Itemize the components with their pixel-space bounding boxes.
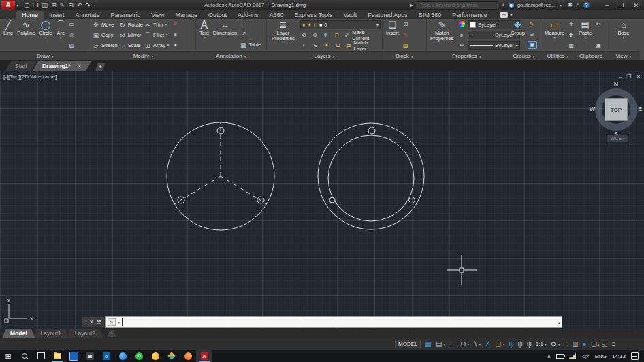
tab-home[interactable]: Home — [16, 11, 44, 19]
ribbon-display-toggle[interactable]: ▭ ▾ — [500, 12, 513, 19]
emoji-app-button[interactable] — [147, 350, 163, 362]
tab-parametric[interactable]: Parametric — [106, 11, 146, 19]
paste-button[interactable]: ▤ Paste ▾ — [577, 20, 594, 50]
rectangle-icon[interactable]: ▭ — [68, 21, 76, 28]
layer-freeze-icon[interactable]: ❄ — [322, 32, 329, 39]
new-file-icon[interactable]: ▢ — [24, 2, 30, 9]
quick-calculator-icon[interactable]: ▦ — [567, 42, 575, 49]
multileader-icon[interactable]: ⊢ — [240, 21, 248, 28]
tab-annotate[interactable]: Annotate — [70, 11, 106, 19]
panel-label-block[interactable]: Block ▾ — [383, 51, 426, 60]
color-wheel-icon[interactable] — [457, 21, 466, 29]
task-view-button[interactable] — [33, 350, 49, 362]
polar-tracking-icon[interactable]: ⊙ — [460, 339, 466, 350]
line-button[interactable]: ╱ Line — [1, 20, 15, 50]
clock[interactable]: 14:13 — [612, 353, 626, 359]
close-button[interactable]: ✕ — [633, 2, 639, 9]
leader-icon[interactable]: ↗ — [240, 31, 248, 37]
array-button[interactable]: ⊞Array▾ — [144, 41, 170, 50]
polyline-button[interactable]: ∿ Polyline — [15, 20, 37, 50]
command-line-customize-icon[interactable]: ⚒ — [97, 319, 101, 325]
workspace-gear-icon[interactable]: ⚙ — [551, 339, 557, 350]
mirror-button[interactable]: ⋈Mirror — [119, 31, 143, 39]
tab-performance[interactable]: Performance — [447, 11, 493, 19]
help-icon[interactable]: ? — [583, 2, 590, 8]
command-line-grip[interactable]: ⁞⁞ — [85, 320, 86, 325]
search-input[interactable] — [417, 1, 498, 10]
panel-label-modify[interactable]: Modify ▾ — [91, 51, 195, 60]
isodraft-caret-icon[interactable]: ▾ — [479, 342, 481, 346]
volume-muted-icon[interactable]: ◁✕ — [581, 353, 589, 359]
clean-screen-icon[interactable]: ◱ — [601, 339, 607, 350]
tab-add-ins[interactable]: Add-ins — [232, 11, 264, 19]
plot-icon[interactable]: ⊟ — [68, 2, 74, 9]
exchange-apps-icon[interactable]: ✖ — [568, 2, 573, 8]
outlook-button[interactable]: o — [98, 350, 114, 362]
signin-caret-icon[interactable]: ▾ — [560, 3, 562, 7]
cut-icon[interactable]: ✂ — [594, 21, 602, 28]
rotate-button[interactable]: ↻Rotate — [119, 20, 143, 29]
search-collapse-icon[interactable]: ▸ — [410, 2, 413, 8]
autocad-taskbar-button[interactable]: A — [196, 350, 212, 362]
snap-icon[interactable]: ▤ — [436, 339, 442, 350]
explode-icon[interactable]: ✷ — [172, 32, 180, 39]
photos-app-button[interactable] — [82, 350, 98, 362]
qat-customize-caret-icon[interactable]: ▾ — [94, 3, 96, 7]
file-explorer-button[interactable] — [49, 350, 65, 362]
annotation-scale-value[interactable]: 1:1 — [536, 341, 543, 347]
customization-menu-icon[interactable]: ≡ — [612, 339, 616, 350]
move-button[interactable]: ✛Move — [93, 20, 118, 29]
minimize-button[interactable]: – — [605, 2, 609, 9]
panel-label-utilities[interactable]: Utilities ▾ — [541, 51, 575, 60]
layout1-tab[interactable]: Layout1 — [33, 329, 69, 338]
ellipse-icon[interactable]: ◎ — [68, 32, 76, 39]
command-dropdown-icon[interactable]: ▾ — [118, 320, 120, 325]
edit-attribute-icon[interactable]: ✎ — [402, 32, 410, 39]
drawing-area[interactable]: [-][Top][2D Wireframe] – ❐ ✕ N W E S TOP… — [0, 71, 644, 329]
tab-express-tools[interactable]: Express Tools — [289, 11, 338, 19]
join-icon[interactable]: ✦ — [172, 42, 180, 49]
taskbar-search-button[interactable] — [16, 350, 33, 362]
annotation-scale-icon[interactable]: ψ — [527, 339, 532, 350]
browser-button[interactable] — [114, 350, 131, 362]
save-icon[interactable]: ◫ — [42, 2, 48, 9]
layer-properties-button[interactable]: ≣ Layer Properties — [268, 20, 298, 50]
dimension-button[interactable]: ↔ Dimension — [211, 20, 239, 50]
model-space-canvas[interactable]: XY — [0, 71, 644, 329]
open-file-icon[interactable]: ❐ — [33, 2, 39, 9]
start-button[interactable]: ⊞ — [0, 350, 16, 362]
object-snap-tracking-icon[interactable]: ∠ — [485, 339, 491, 350]
match-layer-button[interactable]: ⇄ Match Layer — [345, 41, 381, 50]
search-icon[interactable]: ⌖ — [502, 2, 505, 9]
layer-unlock-tool-icon[interactable]: ⊔ — [334, 42, 342, 49]
layer-off-icon[interactable]: ⊘ — [300, 32, 308, 39]
customize-plus-icon[interactable]: + — [564, 339, 568, 350]
drive-app-button[interactable] — [163, 350, 180, 362]
save-as-icon[interactable]: ⊞ — [51, 2, 57, 9]
copy-button[interactable]: ▣Copy — [93, 31, 118, 39]
command-line[interactable]: ⁞⁞ ✕ ⚒ ≻ ▾ ▴ — [82, 316, 562, 328]
point-icon[interactable]: ✚ — [567, 32, 575, 39]
arc-button[interactable]: ⌒ Arc ▾ — [54, 20, 67, 50]
action-center-icon[interactable] — [631, 352, 639, 360]
isolate-objects-icon[interactable]: ▥ — [572, 339, 578, 350]
tab-insert[interactable]: Insert — [44, 11, 70, 19]
base-button[interactable]: ⌂ Base ▾ — [615, 20, 631, 50]
table-button[interactable]: ▦ Table — [240, 40, 261, 49]
trim-button[interactable]: ✂Trim▾ — [144, 20, 170, 29]
insert-button[interactable]: ❏ Insert — [384, 20, 401, 50]
erase-icon[interactable]: ✐ — [172, 21, 180, 28]
redo-icon[interactable]: ↷ — [85, 2, 91, 9]
model-tab[interactable]: Model — [2, 329, 35, 338]
battery-icon[interactable] — [556, 354, 564, 359]
whatsapp-button[interactable]: ✆ — [131, 350, 147, 362]
scale-caret-icon[interactable]: ▾ — [545, 342, 547, 346]
linetype-icon[interactable]: ┅ — [457, 42, 466, 49]
make-current-button[interactable]: ✔ Make Current — [344, 31, 381, 39]
recent-commands-icon[interactable]: ≻ — [108, 318, 116, 326]
scale-button[interactable]: ◱Scale — [119, 41, 143, 50]
panel-label-groups[interactable]: Groups ▾ — [507, 51, 541, 60]
group-button[interactable]: ❖ Group — [509, 20, 527, 50]
app-button-blue[interactable] — [65, 350, 82, 362]
autoscale-icon[interactable]: ψ — [518, 339, 523, 350]
